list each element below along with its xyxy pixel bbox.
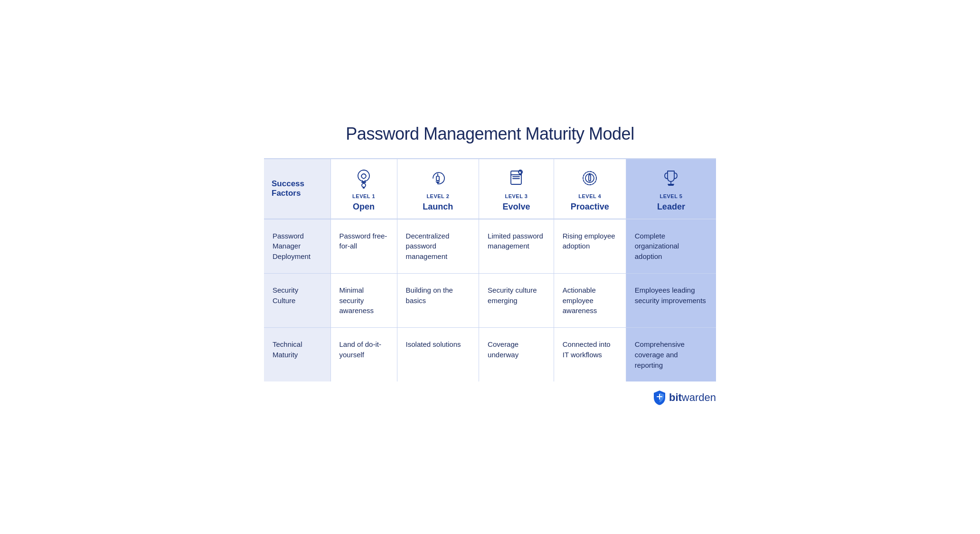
level-4-header: LEVEL 4 Proactive (554, 159, 626, 219)
level-1-header: LEVEL 1 Open (330, 159, 397, 219)
table-row-culture: Security Culture Minimal security awaren… (264, 273, 716, 327)
table-row-deployment: Password Manager Deployment Password fre… (264, 219, 716, 274)
hand-point-icon (425, 166, 450, 191)
cell-technical-l1: Land of do-it-yourself (330, 328, 397, 382)
brain-icon (351, 166, 376, 191)
table-header-row: Success Factors (264, 159, 716, 219)
bitwarden-logo: bitwarden (653, 390, 716, 405)
cell-culture-l5: Employees leading security improvements (626, 273, 716, 327)
level-5-header: LEVEL 5 Leader (626, 159, 716, 219)
page-container: Password Management Maturity Model Succe… (245, 110, 735, 425)
row-label-technical: Technical Maturity (264, 328, 330, 382)
row-label-deployment: Password Manager Deployment (264, 219, 330, 274)
cell-deployment-l3: Limited password management (479, 219, 554, 274)
touch-icon (577, 166, 602, 191)
level-3-label: LEVEL 3 (505, 193, 528, 199)
cell-deployment-l4: Rising employee adoption (554, 219, 626, 274)
cell-deployment-l2: Decentralized password management (397, 219, 479, 274)
level-1-name: Open (353, 202, 375, 212)
cell-culture-l4: Actionable employee awareness (554, 273, 626, 327)
book-icon (504, 166, 528, 191)
level-2-name: Launch (423, 202, 453, 212)
level-3-name: Evolve (502, 202, 530, 212)
trophy-icon (659, 166, 683, 191)
cell-culture-l3: Security culture emerging (479, 273, 554, 327)
level-3-header: LEVEL 3 Evolve (479, 159, 554, 219)
page-title: Password Management Maturity Model (264, 124, 716, 144)
svg-point-4 (362, 183, 366, 187)
success-factors-header: Success Factors (264, 159, 330, 219)
svg-point-0 (358, 170, 369, 181)
level-5-name: Leader (657, 202, 685, 212)
cell-technical-l3: Coverage underway (479, 328, 554, 382)
cell-technical-l4: Connected into IT workflows (554, 328, 626, 382)
table-row-technical: Technical Maturity Land of do-it-yoursel… (264, 328, 716, 382)
level-2-header: LEVEL 2 Launch (397, 159, 479, 219)
level-2-label: LEVEL 2 (426, 193, 449, 199)
level-4-name: Proactive (571, 202, 609, 212)
cell-culture-l1: Minimal security awareness (330, 273, 397, 327)
row-label-culture: Security Culture (264, 273, 330, 327)
footer: bitwarden (264, 390, 716, 405)
level-5-label: LEVEL 5 (660, 193, 682, 199)
level-4-label: LEVEL 4 (578, 193, 601, 199)
bitwarden-text: bitwarden (669, 391, 716, 404)
cell-technical-l2: Isolated solutions (397, 328, 479, 382)
cell-deployment-l5: Complete organizational adoption (626, 219, 716, 274)
maturity-table: Success Factors (264, 158, 716, 382)
cell-technical-l5: Comprehensive coverage and reporting (626, 328, 716, 382)
cell-culture-l2: Building on the basics (397, 273, 479, 327)
cell-deployment-l1: Password free-for-all (330, 219, 397, 274)
level-1-label: LEVEL 1 (352, 193, 375, 199)
